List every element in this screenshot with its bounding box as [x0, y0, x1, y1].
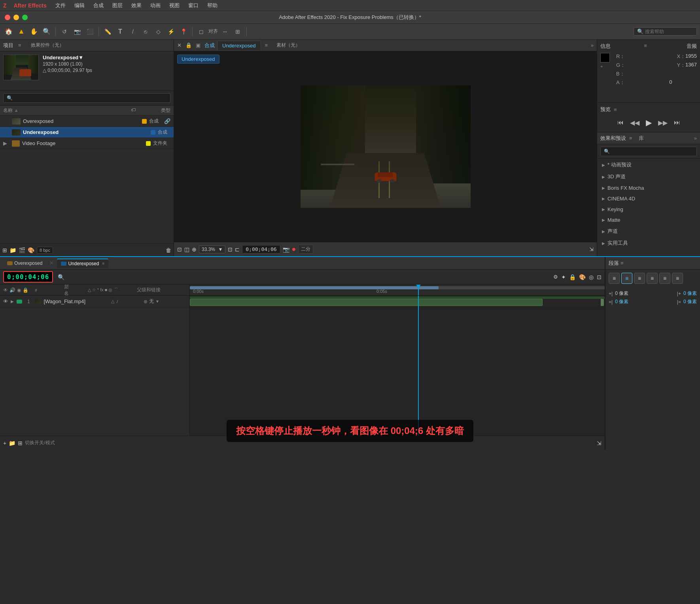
expand-layer-icon[interactable]: ▶	[11, 299, 14, 304]
menu-app[interactable]: After Effects	[10, 2, 51, 9]
effects-search-area[interactable]	[597, 144, 700, 159]
menu-layer[interactable]: 图层	[108, 1, 127, 10]
new-folder-icon[interactable]: 📁	[9, 247, 16, 253]
info-menu-icon[interactable]: ≡	[644, 43, 647, 50]
menu-window[interactable]: 窗口	[184, 1, 202, 10]
effects-item-3[interactable]: ▶ CINEMA 4D	[597, 193, 700, 204]
expand-comp-icon[interactable]: ⇲	[589, 246, 594, 252]
btn-next-frame[interactable]: ▶▶	[656, 117, 669, 128]
comp-tl-icon[interactable]: ⊞	[18, 440, 23, 446]
tab-menu-icon[interactable]: ≡	[102, 261, 104, 266]
timeline-expand-icon[interactable]: ⇲	[597, 440, 602, 446]
tab-underexposed[interactable]: Underexposed ≡	[57, 259, 108, 268]
puppet-tool[interactable]: ⚡	[165, 26, 176, 37]
select-tool[interactable]: ▲	[16, 26, 27, 37]
comp-timecode[interactable]: 0;00;04;06	[242, 245, 280, 253]
zoom-tool[interactable]: 🔍	[41, 26, 52, 37]
close-button[interactable]	[5, 15, 10, 20]
menu-view[interactable]: 视图	[165, 1, 184, 10]
folder-tl-icon[interactable]: 📁	[9, 440, 15, 446]
project-search-input[interactable]	[14, 95, 167, 101]
add-icon[interactable]: +	[3, 440, 6, 446]
segment-menu-icon[interactable]: ≡	[621, 260, 624, 266]
shape-tool[interactable]: ◻	[196, 26, 207, 37]
lock-timeline-icon[interactable]: 🔒	[569, 274, 576, 280]
effects-item-7[interactable]: ▶ 实用工具	[597, 237, 700, 249]
region-icon[interactable]: ⊏	[235, 246, 240, 253]
zoom-selector[interactable]: 33.3% ▼	[199, 245, 225, 253]
timecode-display[interactable]: 0;00;04;06	[3, 271, 53, 283]
panel-menu-icon[interactable]: ≡	[18, 42, 21, 48]
frame-blend-icon[interactable]: ⊡	[597, 274, 602, 280]
effects-item-4[interactable]: ▶ Keying	[597, 204, 700, 215]
menu-file[interactable]: 文件	[51, 1, 70, 10]
tab-overexposed[interactable]: Overexposed	[3, 259, 46, 268]
visibility-toggle[interactable]: 👁	[3, 298, 8, 304]
comp-tab-menu[interactable]: ≡	[265, 42, 268, 48]
effects-search-input[interactable]	[600, 147, 697, 156]
rotation-tool[interactable]: ↺	[59, 26, 70, 37]
view-settings-icon[interactable]: ◫	[184, 246, 189, 253]
menu-comp[interactable]: 合成	[89, 1, 108, 10]
clone-tool[interactable]: ⎋	[140, 26, 151, 37]
align-justify-btn[interactable]: ≡	[647, 273, 658, 284]
clip-end-handle[interactable]	[601, 299, 604, 306]
comp-tab-underexposed[interactable]: Underexposed	[217, 41, 261, 50]
expand-icon-comp[interactable]: »	[591, 42, 594, 48]
minimize-button[interactable]	[13, 15, 19, 20]
menu-edit[interactable]: 编辑	[70, 1, 89, 10]
effects-item-5[interactable]: ▶ Matte	[597, 215, 700, 225]
list-item-video-footage[interactable]: ▶ Video Footage 文件夹	[0, 138, 174, 149]
eraser-tool[interactable]: ◇	[153, 26, 164, 37]
solo-icon[interactable]: ✦	[561, 274, 566, 280]
mask-tool[interactable]: ⬛	[84, 26, 95, 37]
align-right-btn[interactable]: ≡	[634, 273, 645, 284]
effects-menu-icon[interactable]: ≡	[629, 135, 632, 141]
menu-effect[interactable]: 效果	[127, 1, 146, 10]
effects-item-1[interactable]: ▶ 3D 声道	[597, 171, 700, 183]
comp-close-icon[interactable]: ✕	[177, 42, 182, 48]
footage-icon[interactable]: 🎬	[19, 247, 25, 253]
btn-go-start[interactable]: ⏮	[616, 117, 625, 128]
preview-menu-icon[interactable]: ≡	[614, 107, 617, 113]
search-timeline-icon[interactable]: 🔍	[58, 274, 64, 280]
search-bar[interactable]: 🔍	[634, 27, 697, 36]
timeline-settings-icon[interactable]: ⚙	[553, 274, 558, 280]
align-full-btn[interactable]: ≡	[659, 273, 670, 284]
pen-tool[interactable]: ✏️	[102, 26, 113, 37]
color-timeline-icon[interactable]: 🎨	[579, 274, 586, 280]
list-item-overexposed[interactable]: Overexposed 合成 🔗	[0, 116, 174, 127]
effects-item-2[interactable]: ▶ Boris FX Mocha	[597, 183, 700, 193]
list-item-underexposed[interactable]: Underexposed 合成	[0, 127, 174, 138]
timeline-ruler[interactable]: 0:00s 0:05s	[190, 285, 605, 296]
text-tool[interactable]: T	[115, 26, 126, 37]
parent-dropdown[interactable]: ▼	[155, 299, 159, 304]
safe-zones-icon[interactable]: ⊕	[192, 246, 197, 253]
effects-expand-icon[interactable]: »	[694, 135, 697, 141]
brush-tool[interactable]: /	[127, 26, 138, 37]
pin-tool[interactable]: 📍	[178, 26, 189, 37]
align-last-btn[interactable]: ≡	[672, 273, 683, 284]
color-icon[interactable]: 🎨	[28, 247, 34, 253]
btn-go-end[interactable]: ⏭	[672, 117, 682, 128]
comp-fit-icon[interactable]: ⊡	[228, 246, 233, 253]
menu-animation[interactable]: 动画	[146, 1, 165, 10]
lock-icon[interactable]: 🔒	[185, 42, 192, 48]
switch-2[interactable]: /	[117, 299, 118, 304]
align-tool[interactable]: ↔	[219, 26, 231, 37]
align-center-btn[interactable]: ≡	[621, 273, 632, 284]
clip-bar-1[interactable]	[190, 299, 543, 306]
effects-item-0[interactable]: ▶ * 动画预设	[597, 159, 700, 171]
snapshot-icon[interactable]: 📷	[283, 246, 289, 253]
menu-help[interactable]: 帮助	[203, 1, 221, 10]
btn-play[interactable]: ▶	[644, 116, 653, 129]
output-icon[interactable]: ⊡	[177, 246, 182, 253]
grid-tool[interactable]: ⊞	[232, 26, 243, 37]
hand-tool[interactable]: ✋	[28, 26, 40, 37]
toggle-switches-label[interactable]: 切换开关/模式	[25, 440, 55, 446]
align-left-btn[interactable]: ≡	[609, 273, 620, 284]
home-icon[interactable]: 🏠	[3, 26, 14, 37]
effects-item-6[interactable]: ▶ 声道	[597, 225, 700, 237]
camera-tool[interactable]: 📷	[72, 26, 83, 37]
work-area-bar[interactable]	[190, 286, 439, 289]
